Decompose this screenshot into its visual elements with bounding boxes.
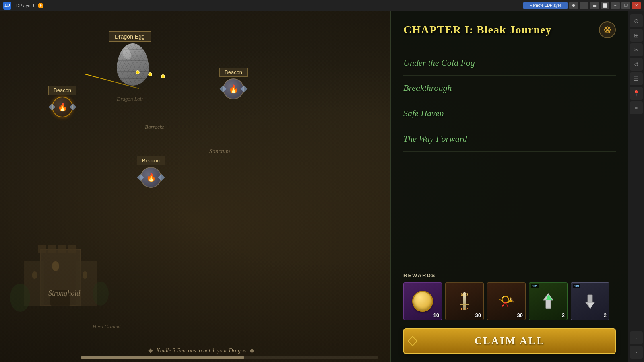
mission-item-1[interactable]: Under the Cold Fog [403,50,616,76]
beacon-2-fire: 🔥 [229,84,239,94]
sidebar-icon-2[interactable]: ⊞ [630,29,643,42]
sidebar-icon-8[interactable]: ‹ [630,331,643,344]
reward-horn: 📯 30 [487,282,526,320]
hint-line-right [258,351,382,351]
beacon-3-icon: 🔥 [140,167,161,188]
record-button[interactable]: ⏺ [569,2,578,9]
beacon-1-fire: 🔥 [58,102,68,112]
game-area: Stronghold Barracks Sanctum Dragon Lair … [0,11,628,362]
mission-2-name: Breakthrough [403,83,616,93]
scroll-bar[interactable] [80,356,378,359]
app-badge: 9 [38,3,43,8]
right-panel: CHAPTER I: Bleak Journey Under the Cold … [390,11,628,362]
svg-point-12 [93,282,109,306]
rewards-section: REWARDS 10 [403,272,616,320]
connection-dot-1 [136,70,140,74]
reward-arrow-up-badge: 1m [531,284,539,288]
close-icon [603,25,612,35]
restore-button[interactable]: ❐ [621,2,630,9]
reward-gold-count: 10 [433,312,439,318]
dragon-egg-container: Dragon Egg [117,35,149,86]
reward-arrow-down-count: 2 [604,312,607,318]
sidebar-icon-1[interactable]: ⊙ [630,14,643,27]
svg-rect-1 [38,245,46,253]
reward-arrow-down-badge: 1m [573,284,580,288]
mission-4-name: The Way Forward [403,134,616,144]
reward-arrow-up-count: 2 [562,312,565,318]
bottom-hint: Kindle 3 Beacons to hatch your Dragon [20,348,382,354]
svg-rect-9 [83,272,87,279]
beacon-1[interactable]: Beacon 🔥 [48,86,76,117]
arrow-up-icon [536,289,560,313]
menu-button[interactable]: ☰ [590,2,599,9]
close-chapter-button[interactable] [599,21,616,38]
svg-rect-8 [32,272,37,279]
beacon-3[interactable]: Beacon 🔥 [137,156,165,188]
connection-dot-2 [148,72,152,76]
hint-line-left [20,351,145,351]
mission-3-name: Safe Haven [403,108,616,119]
hint-diamond-right [250,348,254,353]
egg-shape [117,43,149,86]
chapter-header: CHAPTER I: Bleak Journey [403,21,616,38]
minimize-button[interactable]: − [611,2,620,9]
castle-illustration [8,217,113,322]
beacon-2-label: Beacon [219,68,248,77]
sidebar-icon-7[interactable]: ≡ [630,101,643,114]
sidebar-icon-3[interactable]: ✂ [630,43,643,56]
reward-exp: EXP 500 30 [445,282,484,320]
hint-diamond-left [148,348,153,353]
reward-arrow-down: 1m 2 [571,282,609,320]
scroll-bar-thumb [80,356,244,359]
mission-1-name: Under the Cold Fog [403,58,616,68]
beacon-1-icon: 🔥 [52,97,73,117]
claim-btn-decoration-left [407,336,417,346]
expand-button[interactable]: ⬜ [601,2,609,9]
taskbar-left: LD LDPlayer 9 9 [0,2,43,10]
svg-rect-7 [52,261,59,271]
app-logo: LD [3,2,11,10]
rewards-grid: 10 EXP 500 30 [403,282,616,320]
svg-rect-4 [68,245,76,253]
sidebar-icon-6[interactable]: 📍 [630,87,643,100]
sidebar-icon-5[interactable]: ☰ [630,72,643,85]
beacon-2-icon: 🔥 [223,78,244,99]
dragon-egg [117,43,149,86]
egg-pattern [117,43,149,86]
arrow-down-svg [581,292,599,310]
right-sidebar: ⊙ ⊞ ✂ ↺ ☰ 📍 ≡ ‹ › [628,11,644,362]
reward-exp-count: 30 [475,312,481,318]
reward-horn-count: 30 [517,312,523,318]
beacon-3-label: Beacon [137,156,165,165]
sidebar-icon-4[interactable]: ↺ [630,58,643,71]
rewards-label: REWARDS [403,272,616,278]
close-button[interactable]: ✕ [632,2,641,9]
arrow-up-svg [539,292,557,310]
settings-button[interactable]: ⋮⋮ [580,2,588,9]
beacon-2[interactable]: Beacon 🔥 [219,68,248,99]
remote-button[interactable]: Remote LDPlayer [523,2,568,9]
chapter-missions: Under the Cold Fog Breakthrough Safe Hav… [403,50,616,267]
chapter-title: CHAPTER I: Bleak Journey [403,23,552,36]
mission-item-4[interactable]: The Way Forward [403,126,616,152]
svg-point-11 [10,284,30,312]
exp-icon: EXP 500 [452,289,477,313]
svg-rect-3 [58,245,66,253]
sidebar-icon-9[interactable]: › [630,346,643,359]
reward-arrow-up: 1m [529,282,568,320]
claim-all-button[interactable]: CLAIM ALL [403,328,616,354]
reward-gold: 10 [403,282,442,320]
beacon-3-fire: 🔥 [146,173,156,182]
claim-all-label: CLAIM ALL [474,335,545,347]
horn-icon: 📯 [494,289,518,313]
taskbar-right: Remote LDPlayer ⏺ ⋮⋮ ☰ ⬜ − ❐ ✕ [523,2,644,9]
arrow-down-icon [578,289,602,313]
taskbar: LD LDPlayer 9 9 Remote LDPlayer ⏺ ⋮⋮ ☰ ⬜… [0,0,644,11]
dragon-egg-label: Dragon Egg [109,31,151,42]
app-title: LDPlayer 9 [14,3,35,8]
svg-rect-10 [50,290,70,306]
claim-btn-decorations [409,337,416,345]
mission-item-3[interactable]: Safe Haven [403,101,616,126]
mission-item-2[interactable]: Breakthrough [403,76,616,101]
beacon-1-label: Beacon [48,86,76,95]
